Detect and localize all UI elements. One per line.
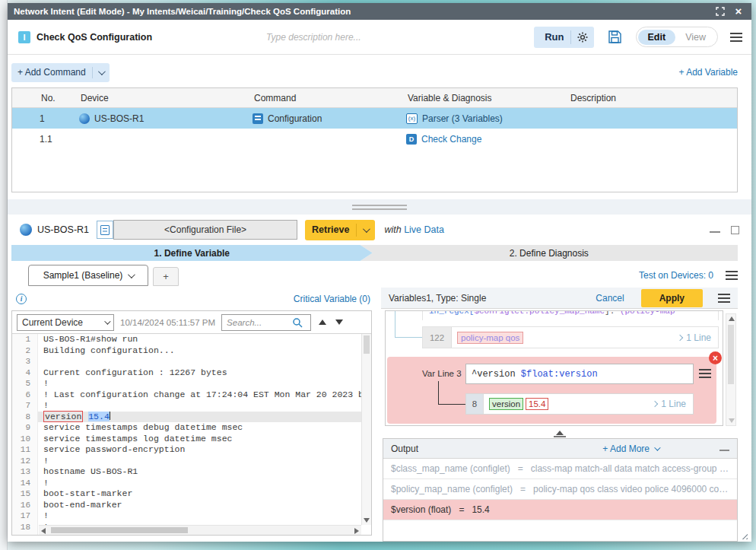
row-no: 1 [40, 113, 79, 124]
code-line[interactable]: 10service timestamps log datetime msec [12, 434, 361, 445]
editor-horizontal-scrollbar[interactable] [39, 525, 361, 535]
description-input[interactable] [266, 32, 534, 43]
live-data-link[interactable]: Live Data [404, 224, 444, 235]
expand-one-line[interactable]: 1 Line [653, 399, 686, 409]
code-line[interactable]: 1US-BOS-R1#show run [12, 334, 361, 345]
window-titlebar: Network Intent (Edit Mode) - My Intents/… [8, 3, 751, 20]
output-collapse-handle[interactable] [381, 429, 738, 438]
scroll-right-icon[interactable] [354, 528, 359, 534]
view-toggle[interactable]: View [675, 30, 716, 45]
delete-variable-icon[interactable]: × [709, 351, 722, 364]
pattern-menu-icon[interactable] [699, 369, 711, 378]
parser-link[interactable]: Parser (3 Variables) [422, 113, 503, 124]
variable-menu-icon[interactable] [718, 294, 730, 303]
retrieve-chevron-icon[interactable] [363, 225, 370, 233]
test-on-devices-link[interactable]: Test on Devices: 0 [639, 270, 713, 281]
output-minimize-icon[interactable] [719, 450, 729, 451]
tree-vertical-scrollbar[interactable] [726, 313, 736, 426]
panel-minimize-icon[interactable] [710, 231, 720, 233]
search-icon[interactable] [292, 317, 303, 328]
configuration-file-icon[interactable] [97, 221, 113, 239]
sample-menu-icon[interactable] [726, 271, 738, 280]
add-more-button[interactable]: + Add More [602, 443, 659, 454]
cancel-button[interactable]: Cancel [596, 293, 624, 304]
editor-vertical-scrollbar[interactable] [361, 334, 371, 525]
code-line[interactable]: 15boot-start-marker [12, 488, 361, 500]
add-variable-link[interactable]: + Add Variable [678, 67, 738, 78]
code-line[interactable]: 12! [12, 456, 361, 467]
hscroll-thumb[interactable] [51, 527, 188, 533]
add-sample-tab[interactable]: + [153, 267, 179, 286]
expand-one-line[interactable]: 1 Line [678, 332, 711, 343]
code-line[interactable]: 8version 15.4 [12, 412, 361, 423]
retrieve-button[interactable]: Retrieve [305, 220, 375, 240]
variable-definition-pane: Variables1, Type: Single Cancel Apply in… [381, 288, 738, 536]
var-connector [438, 381, 439, 404]
critical-variable-link[interactable]: Critical Variable (0) [294, 294, 370, 304]
close-icon[interactable]: × [732, 5, 745, 17]
table-row[interactable]: 1 US-BOS-R1 Configuration (x)Parser (3 V… [12, 108, 737, 129]
vscroll-thumb[interactable] [364, 335, 370, 354]
equals-sign: = [513, 484, 533, 494]
col-description: Description [569, 93, 737, 103]
check-change-link[interactable]: Check Change [421, 134, 481, 145]
add-command-chevron-icon[interactable] [98, 68, 106, 75]
output-row-highlighted[interactable]: $version (float) = 15.4 [383, 500, 737, 520]
line-number: 8 [466, 394, 484, 414]
code-line[interactable]: 3 [12, 356, 361, 367]
scroll-left-icon[interactable] [41, 528, 46, 534]
configuration-file-selector[interactable]: <Configuration File> [113, 220, 297, 240]
tab-sample1-baseline[interactable]: Sample1 (Baseline) [28, 265, 148, 286]
header-menu-icon[interactable] [730, 33, 742, 42]
code-line[interactable]: 13hostname US-BOS-R1 [12, 466, 361, 478]
apply-button[interactable]: Apply [641, 289, 703, 307]
add-command-button[interactable]: + Add Command [11, 63, 110, 82]
output-row[interactable]: $class_map_name (configlet) = class-map … [383, 459, 737, 479]
code-line[interactable]: 2Building configuration... [12, 345, 361, 357]
save-icon[interactable] [608, 30, 622, 44]
step-define-variable[interactable]: 1. Define Variable [11, 245, 373, 261]
sample-tab-chevron-icon[interactable] [128, 271, 135, 278]
scroll-down-icon[interactable] [729, 418, 735, 423]
find-previous-icon[interactable] [317, 317, 328, 328]
run-settings-gear-icon[interactable] [577, 32, 588, 43]
info-icon[interactable]: i [16, 294, 27, 304]
edit-toggle[interactable]: Edit [638, 30, 676, 45]
horizontal-splitter[interactable] [8, 199, 751, 215]
chevron-right-icon [652, 401, 658, 407]
clipped-pattern-row[interactable]: in_regex[$configlet:policy_map_name]: (p… [422, 311, 719, 320]
device-select-chevron-icon[interactable] [104, 318, 110, 324]
step-define-diagnosis[interactable]: 2. Define Diagnosis [361, 245, 738, 261]
line-number: 16 [12, 500, 38, 511]
panel-maximize-icon[interactable] [731, 226, 739, 234]
run-button[interactable]: Run [540, 31, 570, 43]
pattern-input[interactable]: ^version $float:version [465, 364, 694, 384]
code-line[interactable]: 5! [12, 378, 361, 389]
tree-vscroll-thumb[interactable] [728, 325, 734, 384]
code-line[interactable]: 6! Last configuration change at 17:24:04… [12, 389, 361, 401]
table-row[interactable]: 1.1 DCheck Change [12, 129, 737, 149]
code-line[interactable]: 11service password-encryption [12, 444, 361, 456]
fullscreen-icon[interactable] [713, 5, 727, 17]
code-editor[interactable]: 1US-BOS-R1#show run2Building configurati… [12, 334, 371, 535]
scroll-up-icon[interactable] [729, 316, 735, 321]
find-next-icon[interactable] [334, 317, 345, 328]
line-number: 19 [12, 533, 38, 535]
command-table-header: No. Device Command Variable & Diagnosis … [12, 88, 737, 108]
matched-line-8[interactable]: 8 version 15.4 1 Line [465, 393, 694, 415]
code-line[interactable]: 17! [12, 510, 361, 522]
line-number: 3 [12, 356, 38, 367]
line-number: 12 [12, 456, 38, 467]
matched-line-122[interactable]: 122 policy-map qos 1 Line [422, 326, 719, 348]
search-input[interactable] [227, 318, 292, 327]
code-line[interactable]: 16boot-end-marker [12, 500, 361, 511]
code-line[interactable]: 4Current configuration : 12267 bytes [12, 367, 361, 379]
add-more-chevron-icon [654, 444, 660, 450]
line-text: ! Last configuration change at 17:24:04 … [38, 389, 371, 401]
code-line[interactable]: 14! [12, 478, 361, 489]
scroll-down-icon[interactable] [364, 518, 370, 523]
code-line[interactable]: 9service timestamps debug datetime msec [12, 422, 361, 434]
device-select[interactable]: Current Device [17, 314, 114, 331]
code-line[interactable]: 7! [12, 400, 361, 412]
output-row[interactable]: $policy_map_name (configlet) = policy-ma… [383, 479, 737, 500]
